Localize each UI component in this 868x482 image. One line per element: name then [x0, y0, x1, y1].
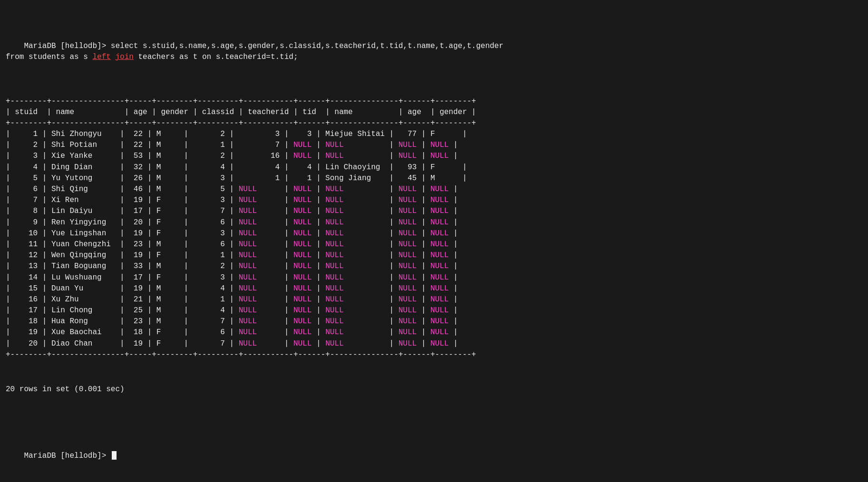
table-row: | 6 | Shi Qing | 46 | M | 5 | NULL | NUL…	[6, 184, 862, 195]
table-row: | 15 | Duan Yu | 19 | M | 4 | NULL | NUL…	[6, 283, 862, 294]
table-row: | 4 | Ding Dian | 32 | M | 4 | 4 | 4 | L…	[6, 162, 862, 173]
prompt-label: MariaDB [hellodb]>	[24, 42, 106, 50]
table-row: | 10 | Yue Lingshan | 19 | F | 3 | NULL …	[6, 228, 862, 239]
table-row: | 20 | Diao Chan | 19 | F | 7 | NULL | N…	[6, 338, 862, 349]
table-container: +--------+----------------+-----+-------…	[6, 96, 862, 361]
table-row: | 19 | Xue Baochai | 18 | F | 6 | NULL |…	[6, 327, 862, 338]
table-row: | 14 | Lu Wushuang | 17 | F | 3 | NULL |…	[6, 272, 862, 283]
separator-bottom: +--------+----------------+-----+-------…	[6, 349, 862, 360]
keyword-left: left	[92, 53, 110, 61]
query-block: MariaDB [hellodb]> select s.stuid,s.name…	[6, 29, 862, 74]
table-row: | 5 | Yu Yutong | 26 | M | 3 | 1 | 1 | S…	[6, 173, 862, 184]
separator-top: +--------+----------------+-----+-------…	[6, 96, 862, 107]
table-row: | 13 | Tian Boguang | 33 | M | 2 | NULL …	[6, 261, 862, 272]
final-prompt-line: MariaDB [hellodb]>	[6, 439, 862, 472]
table-row: | 3 | Xie Yanke | 53 | M | 2 | 16 | NULL…	[6, 151, 862, 162]
table-row: | 2 | Shi Potian | 22 | M | 1 | 7 | NULL…	[6, 140, 862, 151]
table-row: | 18 | Hua Rong | 23 | M | 7 | NULL | NU…	[6, 316, 862, 327]
footer-text: 20 rows in set (0.001 sec)	[6, 384, 862, 395]
terminal-window: MariaDB [hellodb]> select s.stuid,s.name…	[6, 8, 862, 482]
table-row: | 9 | Ren Yingying | 20 | F | 6 | NULL |…	[6, 217, 862, 228]
keyword-join: join	[115, 53, 133, 61]
query-line2-end: teachers as t on s.teacherid=t.tid;	[134, 53, 298, 61]
table-row: | 17 | Lin Chong | 25 | M | 4 | NULL | N…	[6, 305, 862, 316]
query-text-1: select s.stuid,s.name,s.age,s.gender,s.c…	[106, 42, 503, 50]
cursor	[112, 451, 117, 460]
final-prompt-label: MariaDB [hellodb]>	[24, 452, 110, 460]
table-row: | 1 | Shi Zhongyu | 22 | M | 2 | 3 | 3 |…	[6, 129, 862, 140]
table-row: | 7 | Xi Ren | 19 | F | 3 | NULL | NULL …	[6, 195, 862, 206]
separator-header: +--------+----------------+-----+-------…	[6, 118, 862, 129]
table-row: | 11 | Yuan Chengzhi | 23 | M | 6 | NULL…	[6, 239, 862, 250]
table-row: | 16 | Xu Zhu | 21 | M | 1 | NULL | NULL…	[6, 294, 862, 305]
table-row: | 8 | Lin Daiyu | 17 | F | 7 | NULL | NU…	[6, 206, 862, 217]
table-header: | stuid | name | age | gender | classid …	[6, 107, 862, 118]
query-line2-start: from students as s	[6, 53, 92, 61]
table-row: | 12 | Wen Qingqing | 19 | F | 1 | NULL …	[6, 250, 862, 261]
